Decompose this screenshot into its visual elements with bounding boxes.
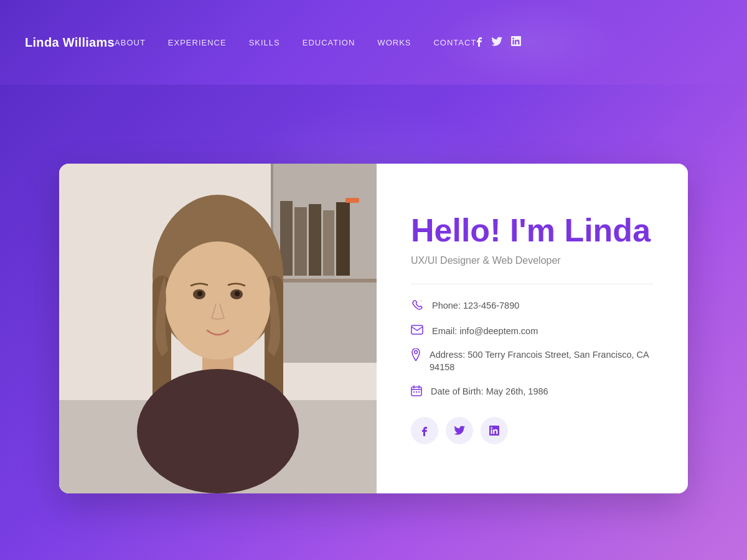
address-icon xyxy=(411,348,421,363)
contact-email: Email: info@deeptem.com xyxy=(411,325,654,337)
linkedin-button[interactable] xyxy=(481,417,508,444)
photo-placeholder xyxy=(59,164,377,493)
social-buttons xyxy=(411,417,654,444)
svg-rect-27 xyxy=(418,391,420,393)
contact-list: Phone: 123-456-7890 Email: info@deeptem.… xyxy=(411,299,654,398)
contact-dob: Date of Birth: May 26th, 1986 xyxy=(411,385,654,398)
contact-address: Address: 500 Terry Francois Street, San … xyxy=(411,348,654,374)
profile-info: Hello! I'm Linda UX/UI Designer & Web De… xyxy=(377,164,688,493)
email-icon xyxy=(411,325,423,337)
svg-point-16 xyxy=(137,369,299,493)
svg-rect-5 xyxy=(294,207,307,276)
nav-item-education[interactable]: EDUCATION xyxy=(303,37,355,48)
address-text: Address: 500 Terry Francois Street, San … xyxy=(430,348,654,374)
profile-photo xyxy=(59,164,377,493)
phone-icon xyxy=(411,299,423,314)
svg-rect-6 xyxy=(309,204,321,276)
phone-text: Phone: 123-456-7890 xyxy=(432,299,519,312)
nav-item-skills[interactable]: SKILLS xyxy=(249,37,280,48)
greeting-title: Hello! I'm Linda xyxy=(411,213,654,248)
nav-item-contact[interactable]: CONTACT xyxy=(433,37,476,48)
main-nav: ABOUT EXPERIENCE SKILLS EDUCATION WORKS … xyxy=(115,37,476,48)
hero-section: Hello! I'm Linda UX/UI Designer & Web De… xyxy=(0,85,747,560)
brand-name: Linda Williams xyxy=(25,35,115,50)
nav-list: ABOUT EXPERIENCE SKILLS EDUCATION WORKS … xyxy=(115,37,476,48)
header: Linda Williams ABOUT EXPERIENCE SKILLS E… xyxy=(0,0,747,85)
svg-rect-22 xyxy=(411,325,423,334)
svg-point-20 xyxy=(197,291,202,296)
nav-link-skills[interactable]: SKILLS xyxy=(249,38,280,47)
nav-link-works[interactable]: WORKS xyxy=(377,38,411,47)
email-text: Email: info@deeptem.com xyxy=(432,325,538,337)
profile-card: Hello! I'm Linda UX/UI Designer & Web De… xyxy=(59,164,688,493)
nav-link-experience[interactable]: EXPERIENCE xyxy=(168,38,227,47)
header-facebook-icon[interactable] xyxy=(476,35,482,49)
nav-item-about[interactable]: ABOUT xyxy=(115,37,146,48)
svg-rect-9 xyxy=(271,279,377,282)
nav-item-works[interactable]: WORKS xyxy=(377,37,411,48)
dob-icon xyxy=(411,385,422,398)
svg-point-23 xyxy=(415,350,418,353)
svg-point-21 xyxy=(235,291,240,296)
svg-rect-26 xyxy=(416,391,417,393)
nav-link-education[interactable]: EDUCATION xyxy=(303,38,355,47)
nav-link-about[interactable]: ABOUT xyxy=(115,38,146,47)
facebook-button[interactable] xyxy=(411,417,438,444)
svg-rect-8 xyxy=(336,202,350,276)
info-divider xyxy=(411,284,654,284)
role-subtitle: UX/UI Designer & Web Developer xyxy=(411,255,654,266)
header-linkedin-icon[interactable] xyxy=(511,36,521,49)
nav-link-contact[interactable]: CONTACT xyxy=(433,38,476,47)
svg-rect-10 xyxy=(345,198,359,203)
svg-point-17 xyxy=(165,241,271,360)
svg-rect-7 xyxy=(323,210,334,276)
header-twitter-icon[interactable] xyxy=(491,37,502,49)
dob-text: Date of Birth: May 26th, 1986 xyxy=(431,385,548,398)
svg-rect-25 xyxy=(413,391,415,393)
contact-phone: Phone: 123-456-7890 xyxy=(411,299,654,314)
nav-item-experience[interactable]: EXPERIENCE xyxy=(168,37,227,48)
header-social xyxy=(476,35,521,49)
twitter-button[interactable] xyxy=(446,417,473,444)
